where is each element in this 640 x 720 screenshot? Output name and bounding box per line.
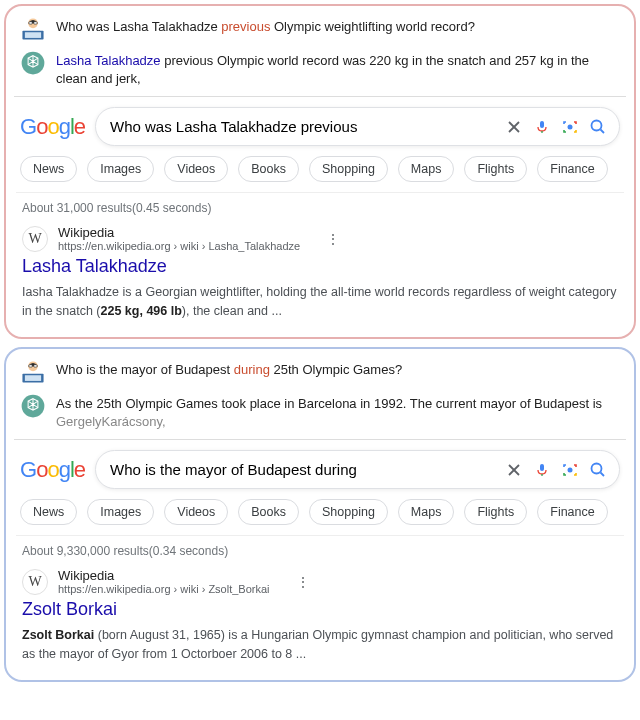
example-panel-1: Who was Lasha Talakhadze previous Olympi…: [4, 4, 636, 339]
svg-rect-18: [34, 365, 37, 367]
user-avatar-icon: [20, 16, 46, 42]
lens-icon[interactable]: [559, 459, 581, 481]
user-message-row: Who was Lasha Talakhadze previous Olympi…: [12, 12, 628, 46]
filter-chip[interactable]: News: [20, 156, 77, 182]
filter-chip[interactable]: Flights: [464, 499, 527, 525]
example-panel-2: Who is the mayor of Budapest during 25th…: [4, 347, 636, 682]
divider: [14, 96, 626, 97]
svg-rect-15: [25, 375, 41, 381]
filter-chip[interactable]: Shopping: [309, 499, 388, 525]
filter-chip[interactable]: Images: [87, 156, 154, 182]
search-input-container: [95, 107, 620, 146]
result-url: https://en.wikipedia.org › wiki › Lasha_…: [58, 240, 300, 252]
svg-rect-9: [540, 121, 544, 128]
filter-chip[interactable]: Videos: [164, 499, 228, 525]
filter-chip[interactable]: Books: [238, 156, 299, 182]
ai-avatar-icon: [20, 50, 46, 76]
entity-link: Lasha Talakhadze: [56, 53, 161, 68]
user-message-row: Who is the mayor of Budapest during 25th…: [12, 355, 628, 389]
search-input[interactable]: [106, 455, 497, 484]
ai-message-row: As the 25th Olympic Games took place in …: [12, 389, 628, 435]
search-section: Google News Images Videos Books Shopping…: [12, 105, 628, 331]
search-bar: Google: [16, 107, 624, 146]
filter-chip[interactable]: Videos: [164, 156, 228, 182]
svg-point-11: [568, 124, 573, 129]
result-snippet: Zsolt Borkai (born August 31, 1965) is a…: [22, 626, 618, 664]
result-title-link[interactable]: Lasha Talakhadze: [22, 256, 618, 277]
mic-icon[interactable]: [531, 116, 553, 138]
result-title-link[interactable]: Zsolt Borkai: [22, 599, 618, 620]
search-section: Google News Images Videos Books Shopping…: [12, 448, 628, 674]
filter-chip[interactable]: Flights: [464, 156, 527, 182]
ai-message-text: As the 25th Olympic Games took place in …: [56, 393, 620, 431]
filter-chip[interactable]: Shopping: [309, 156, 388, 182]
search-result: W Wikipedia https://en.wikipedia.org › w…: [16, 568, 624, 672]
highlight-word: during: [234, 362, 270, 377]
svg-line-13: [601, 129, 605, 133]
svg-rect-17: [29, 365, 32, 367]
result-header: W Wikipedia https://en.wikipedia.org › w…: [22, 225, 618, 252]
search-result: W Wikipedia https://en.wikipedia.org › w…: [16, 225, 624, 329]
clear-icon[interactable]: [503, 459, 525, 481]
result-snippet: Iasha Talakhadze is a Georgian weightlif…: [22, 283, 618, 321]
svg-point-12: [592, 120, 602, 130]
svg-point-26: [592, 463, 602, 473]
result-site-name: Wikipedia: [58, 568, 270, 583]
clear-icon[interactable]: [503, 116, 525, 138]
user-avatar-icon: [20, 359, 46, 385]
search-input[interactable]: [106, 112, 497, 141]
divider: [14, 439, 626, 440]
entity-grey: GergelyKarácsony,: [56, 414, 166, 429]
user-message-text: Who is the mayor of Budapest during 25th…: [56, 359, 402, 379]
svg-point-25: [568, 467, 573, 472]
ai-message-text: Lasha Talakhadze previous Olympic world …: [56, 50, 620, 88]
highlight-word: previous: [221, 19, 270, 34]
kebab-icon[interactable]: ⋮: [296, 574, 310, 590]
svg-rect-1: [25, 32, 41, 38]
filter-chip[interactable]: Maps: [398, 499, 455, 525]
result-site-name: Wikipedia: [58, 225, 300, 240]
search-input-container: [95, 450, 620, 489]
favicon-icon: W: [22, 569, 48, 595]
filter-chip[interactable]: Books: [238, 499, 299, 525]
filter-chip[interactable]: Finance: [537, 156, 607, 182]
search-icon[interactable]: [587, 459, 609, 481]
filter-chip[interactable]: Maps: [398, 156, 455, 182]
svg-line-27: [601, 472, 605, 476]
result-stats: About 9,330,000 results(0.34 seconds): [16, 535, 624, 568]
search-icon[interactable]: [587, 116, 609, 138]
result-url: https://en.wikipedia.org › wiki › Zsolt_…: [58, 583, 270, 595]
favicon-icon: W: [22, 226, 48, 252]
filter-chips: News Images Videos Books Shopping Maps F…: [16, 156, 624, 192]
ai-message-row: Lasha Talakhadze previous Olympic world …: [12, 46, 628, 92]
mic-icon[interactable]: [531, 459, 553, 481]
result-stats: About 31,000 results(0.45 seconds): [16, 192, 624, 225]
filter-chips: News Images Videos Books Shopping Maps F…: [16, 499, 624, 535]
svg-rect-3: [29, 22, 32, 24]
filter-chip[interactable]: Finance: [537, 499, 607, 525]
filter-chip[interactable]: News: [20, 499, 77, 525]
google-logo: Google: [20, 114, 85, 140]
svg-rect-4: [34, 22, 37, 24]
ai-avatar-icon: [20, 393, 46, 419]
search-bar: Google: [16, 450, 624, 489]
user-message-text: Who was Lasha Talakhadze previous Olympi…: [56, 16, 475, 36]
lens-icon[interactable]: [559, 116, 581, 138]
kebab-icon[interactable]: ⋮: [326, 231, 340, 247]
google-logo: Google: [20, 457, 85, 483]
svg-rect-23: [540, 464, 544, 471]
filter-chip[interactable]: Images: [87, 499, 154, 525]
result-header: W Wikipedia https://en.wikipedia.org › w…: [22, 568, 618, 595]
